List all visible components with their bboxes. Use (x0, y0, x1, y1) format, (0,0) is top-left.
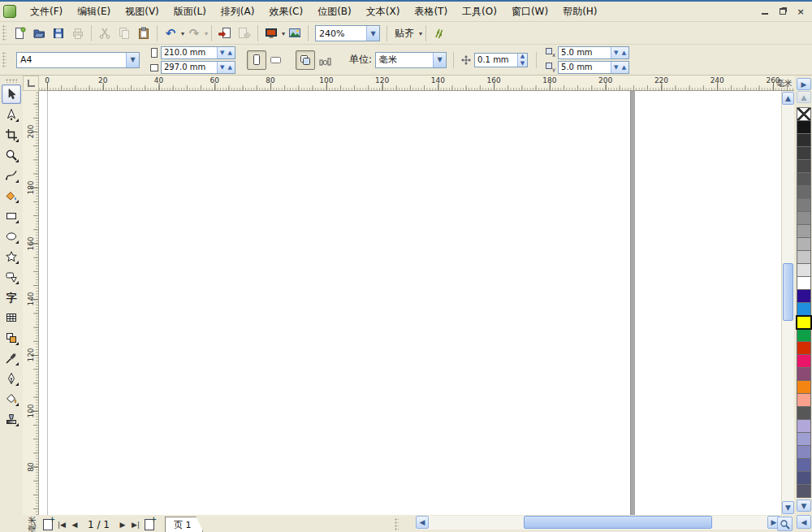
shape-tool[interactable] (2, 105, 21, 124)
nudge-offset-field[interactable]: 0.1 mm ▲▼ (474, 53, 528, 67)
zoom-level-combo[interactable]: 240% ▼ (315, 25, 380, 41)
color-swatch[interactable] (797, 433, 811, 446)
color-swatch[interactable] (797, 212, 811, 225)
welcome-screen-button[interactable] (285, 24, 304, 42)
interactive-fill-tool[interactable] (2, 409, 21, 429)
basic-shapes-tool[interactable] (2, 267, 21, 287)
duplicate-distance-y-field[interactable]: 5.0 mm ▼▲ (558, 61, 629, 74)
color-swatch[interactable] (797, 147, 811, 160)
copy-button[interactable] (114, 24, 134, 42)
menu-table[interactable]: 表格(T) (407, 2, 455, 21)
units-combo[interactable]: 毫米 ▼ (375, 52, 447, 68)
scroll-down-button[interactable]: ▼ (782, 501, 794, 514)
next-page-button[interactable]: ▶ (116, 518, 129, 531)
table-tool[interactable] (2, 308, 21, 327)
restore-button[interactable] (776, 6, 789, 17)
swatch-no-color[interactable] (797, 107, 811, 121)
color-swatch[interactable] (797, 238, 811, 251)
color-swatch[interactable] (797, 472, 811, 485)
paper-type-combo[interactable]: A4 ▼ (16, 52, 140, 68)
menu-bitmaps[interactable]: 位图(B) (310, 2, 359, 21)
color-swatch[interactable] (797, 368, 811, 381)
new-button[interactable] (10, 24, 29, 42)
all-pages-button[interactable] (296, 50, 315, 70)
pane-splitter-grip[interactable] (395, 518, 399, 531)
polygon-tool[interactable] (2, 247, 21, 266)
paste-button[interactable] (134, 24, 153, 42)
scroll-left-button[interactable]: ◀ (416, 516, 429, 529)
color-swatch[interactable] (797, 199, 811, 212)
color-swatch[interactable] (797, 485, 811, 498)
outline-pen-tool[interactable] (2, 369, 21, 388)
color-swatch[interactable] (797, 420, 811, 433)
current-page-button[interactable] (315, 50, 335, 70)
application-launcher-button[interactable] (261, 24, 281, 42)
duplicate-distance-x-field[interactable]: 5.0 mm ▼▲ (558, 46, 629, 59)
palette-flyout-button[interactable]: ▶ (797, 78, 811, 90)
snap-button[interactable]: 贴齐 (391, 24, 418, 42)
palette-scroll-down-button[interactable]: ▼ (797, 500, 811, 512)
color-swatch[interactable] (797, 316, 811, 329)
interactive-blend-tool[interactable] (2, 328, 21, 348)
menu-window[interactable]: 窗口(W) (504, 2, 555, 21)
minimize-button[interactable] (758, 6, 771, 17)
color-swatch[interactable] (797, 264, 811, 277)
export-button[interactable] (235, 24, 254, 42)
add-page-before-button[interactable] (43, 519, 53, 530)
duplicate-y-spin-arrows[interactable]: ▼▲ (611, 62, 628, 73)
horizontal-scrollbar[interactable]: ◀ ▶ (416, 516, 780, 530)
vertical-ruler[interactable]: 20018016014012010080 (23, 91, 39, 515)
open-button[interactable] (29, 24, 49, 42)
palette-scroll-up-button[interactable]: ▲ (797, 91, 811, 103)
color-swatch[interactable] (797, 394, 811, 407)
navigator-zoom-button[interactable] (777, 517, 793, 531)
color-swatch[interactable] (797, 355, 811, 368)
fill-tool[interactable] (2, 389, 21, 409)
toolbox-grip[interactable] (6, 79, 17, 83)
previous-page-button[interactable]: ◀ (68, 518, 81, 531)
undo-button[interactable]: ↶ (161, 24, 180, 42)
color-swatch[interactable] (797, 342, 811, 355)
menu-effects[interactable]: 效果(C) (261, 2, 310, 21)
menu-view[interactable]: 视图(V) (118, 2, 166, 21)
color-swatch[interactable] (797, 173, 811, 186)
import-button[interactable] (215, 24, 235, 42)
ruler-origin-corner[interactable] (23, 76, 39, 91)
color-swatch[interactable] (797, 329, 811, 342)
options-button[interactable] (430, 24, 449, 42)
color-swatch[interactable] (797, 186, 811, 199)
redo-button[interactable]: ↷ (184, 24, 204, 42)
print-button[interactable] (68, 24, 88, 42)
color-swatch[interactable] (797, 160, 811, 173)
color-swatch[interactable] (797, 446, 811, 459)
close-button[interactable]: × (794, 6, 807, 17)
color-swatch[interactable] (797, 251, 811, 264)
color-swatch[interactable] (797, 407, 811, 420)
menu-edit[interactable]: 编辑(E) (70, 2, 118, 21)
page-tab[interactable]: 页 1 (165, 517, 204, 532)
menu-help[interactable]: 帮助(H) (555, 2, 604, 21)
paper-height-spin-arrows[interactable]: ▼▲ (217, 62, 235, 73)
ellipse-tool[interactable] (2, 227, 21, 246)
color-swatch[interactable] (797, 121, 811, 134)
rectangle-tool[interactable] (2, 206, 21, 226)
landscape-button[interactable] (266, 50, 286, 70)
paper-width-spin-arrows[interactable]: ▼▲ (217, 47, 235, 58)
vertical-scrollbar[interactable]: ▲ ▼ (781, 91, 794, 515)
first-page-button[interactable]: |◀ (55, 518, 68, 531)
vertical-scroll-thumb[interactable] (783, 263, 793, 321)
last-page-button[interactable]: ▶| (129, 518, 142, 531)
scroll-up-button[interactable]: ▲ (782, 92, 794, 105)
eyedropper-tool[interactable] (2, 348, 21, 368)
save-button[interactable] (49, 24, 68, 42)
freehand-tool[interactable] (2, 166, 21, 185)
zoom-combo-dropdown-icon[interactable]: ▼ (366, 26, 379, 41)
portrait-button[interactable] (247, 50, 266, 70)
snap-dropdown-arrow[interactable]: ▾ (419, 30, 422, 37)
menu-arrange[interactable]: 排列(A) (214, 2, 262, 21)
text-tool[interactable]: 字 (2, 288, 21, 307)
duplicate-x-spin-arrows[interactable]: ▼▲ (611, 47, 628, 58)
paper-width-field[interactable]: 210.0 mm ▼▲ (161, 46, 235, 59)
units-dropdown-icon[interactable]: ▼ (433, 53, 446, 67)
menu-file[interactable]: 文件(F) (23, 2, 70, 21)
